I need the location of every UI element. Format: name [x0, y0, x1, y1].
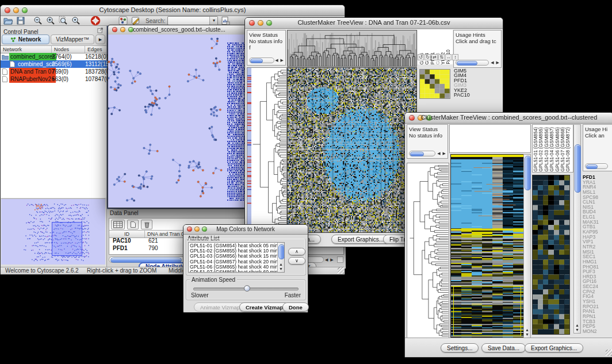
desktop: Cytoscape Desktop (Session Name: collins… — [0, 0, 612, 364]
save-data-button[interactable]: Save Data... — [481, 343, 526, 352]
scroll-arrows[interactable]: ◀ ▶ — [275, 58, 284, 63]
network-view-title: combined_scores_good.txt--cluste... — [108, 26, 250, 33]
export-graphics-button[interactable]: Export Graphics... — [525, 343, 583, 352]
dialog-titlebar[interactable]: Map Colors to Network — [183, 225, 308, 235]
settings-button[interactable]: Settings... — [441, 343, 479, 352]
map-colors-dialog: Map Colors to Network Attribute List GPL… — [183, 224, 308, 313]
file-icon — [2, 68, 7, 75]
column-label: GPL51-04 (GSM857) — [550, 127, 555, 171]
flip-icon[interactable]: ↕ — [452, 54, 458, 60]
search-combobox[interactable]: ▼ — [167, 16, 218, 25]
flip-icon[interactable]: ↺ — [418, 54, 424, 60]
main-heatmap[interactable] — [287, 67, 417, 233]
save-icon[interactable] — [16, 16, 26, 26]
float-panel-icon[interactable] — [97, 27, 104, 33]
animation-speed-slider[interactable] — [193, 288, 299, 290]
network-canvas[interactable] — [108, 35, 250, 208]
zoom-gene-labels: GIM5 GIM4 PFD1 GIM3 YKE2 PAC10 — [454, 68, 470, 97]
view-status-scrollbar[interactable] — [249, 58, 274, 63]
network-view-titlebar[interactable]: combined_scores_good.txt--cluste... — [108, 25, 250, 35]
flip-icon[interactable]: ↻ — [424, 54, 431, 60]
treeview2-title: ClusterMaker TreeView : combined_scores_… — [405, 114, 612, 121]
network-row-rnapuber[interactable]: RNAPuberNov2+ 563(0) 107847(0) — [1, 75, 107, 83]
zoom-vscrollbar[interactable]: ▲▼ — [573, 124, 581, 334]
row-dendrogram[interactable] — [247, 67, 287, 233]
main-heatmap[interactable] — [450, 154, 524, 338]
treeview2-window: ClusterMaker TreeView : combined_scores_… — [404, 112, 612, 358]
folder-icon — [2, 54, 9, 60]
flip-icon[interactable]: ⇅ — [438, 54, 445, 60]
tab-network[interactable]: Network — [2, 35, 49, 44]
resize-grip[interactable] — [606, 350, 612, 356]
gene-label[interactable]: MON2 — [583, 329, 612, 334]
view-status-scrollbar[interactable] — [409, 151, 435, 156]
slower-label: Slower — [191, 292, 209, 298]
zoom-column-labels: GPL51-01 (GSM854)GPL51-02 (GSM855)GPL51-… — [532, 124, 573, 173]
done-button[interactable]: Done — [282, 302, 309, 312]
zoom-heatmap[interactable] — [419, 69, 450, 99]
animation-speed-label: Animation Speed — [190, 277, 237, 283]
animation-speed-group: Animation Speed Slower Faster — [186, 279, 306, 300]
network-navigator-thumbnail[interactable] — [1, 198, 105, 265]
attribute-list-item[interactable]: GPL51-07 (GSM868) heat shock 60 min — [190, 270, 277, 273]
zoom-out-icon[interactable] — [33, 16, 43, 26]
delete-attribute-icon[interactable] — [141, 220, 152, 229]
view-status-panel: View Status No status info f ◀ ▶ — [247, 30, 286, 66]
view-status-panel: View Status No status info ◀ ▶ — [407, 124, 448, 159]
usage-hints-scrollbar[interactable] — [456, 60, 489, 66]
column-dendrogram[interactable] — [287, 30, 417, 67]
network-row-selected[interactable]: combined_sco 2569(6) 13112(15) — [1, 60, 107, 68]
scroll-arrows[interactable]: ▲▼ — [525, 328, 530, 337]
scroll-arrows[interactable]: ◀ ▶ — [325, 257, 334, 263]
row-dendrogram[interactable] — [407, 163, 449, 339]
network-row-dna-tran[interactable]: DNA and Tran 07 769(0) 183728(0) — [1, 68, 107, 75]
zoom-fit-icon[interactable] — [58, 16, 68, 26]
network-tab-icon — [10, 37, 16, 43]
usage-hints-panel: Usage Hi Click an — [583, 124, 612, 171]
status-hint-zoom: Right-click + drag to ZOOM — [87, 267, 156, 274]
network-row-combined-scores[interactable]: combined_scores 2764(0) 16218(0) — [1, 53, 107, 60]
heatmap-vscrollbar[interactable]: ▲▼ — [523, 154, 531, 338]
column-label: GPL51-08 (GSM872) — [566, 127, 571, 171]
flip-icon[interactable]: ↔ — [445, 54, 452, 60]
treeview2-titlebar[interactable]: ClusterMaker TreeView : combined_scores_… — [405, 113, 612, 124]
tree-flip-toolbar: ↺ ↻ ⇄ ⇅ ↔ ↕ — [418, 54, 458, 60]
tab-overflow-arrow[interactable]: ▶ — [95, 35, 105, 44]
help-lifesaver-icon[interactable] — [90, 16, 101, 26]
resize-grip[interactable] — [338, 267, 344, 274]
export-graphics-button[interactable]: Export Graphics... — [331, 235, 390, 244]
file-icon — [2, 76, 7, 82]
search-dropdown-arrow[interactable]: ▼ — [209, 17, 217, 25]
slider-thumb[interactable] — [244, 285, 250, 292]
status-welcome: Welcome to Cytoscape 2.6.2 — [5, 267, 79, 274]
tab-vizmapper[interactable]: VizMapper™ — [51, 35, 94, 44]
main-window-title: Cytoscape Desktop (Session Name: collins… — [1, 6, 345, 13]
scroll-arrows[interactable]: ▲▼ — [575, 323, 580, 332]
attribute-table-icon[interactable] — [111, 220, 125, 229]
column-tree-area — [449, 124, 531, 153]
zoom-heatmap[interactable] — [532, 175, 570, 335]
column-label: GPL51-02 (GSM855) — [539, 127, 544, 171]
move-attribute-up-button[interactable]: ∧ — [288, 248, 305, 255]
file-icon — [10, 61, 15, 67]
animate-vizmap-button[interactable]: Animate Vizmap — [194, 302, 246, 312]
move-attribute-down-button[interactable]: ∨ — [288, 257, 305, 265]
dialog-title: Map Colors to Network — [183, 226, 308, 232]
attribute-list[interactable]: GPL51-01 (GSM854) heat shock 05 minGPL51… — [188, 242, 285, 273]
treeview2-bottom-bar: Settings... Save Data... Export Graphics… — [405, 338, 612, 357]
zoom-selected-icon[interactable] — [71, 16, 81, 26]
attribute-list-scrollbar[interactable]: ▲▼ — [277, 243, 284, 272]
usage-hints-scrollbar[interactable] — [585, 163, 608, 169]
network-table-header: NetworkNodesEdges — [1, 45, 106, 53]
scroll-arrows[interactable]: ◀ ▶ — [437, 151, 446, 156]
flip-icon[interactable]: ⇄ — [431, 54, 438, 60]
new-attribute-icon[interactable] — [127, 220, 139, 229]
main-titlebar[interactable]: Cytoscape Desktop (Session Name: collins… — [1, 5, 345, 16]
faster-label: Faster — [285, 292, 301, 298]
open-file-icon[interactable] — [3, 16, 13, 26]
treeview1-titlebar[interactable]: ClusterMaker TreeView : DNA and Tran 07-… — [245, 18, 503, 29]
scroll-arrows[interactable]: ◀ ▶ — [491, 60, 500, 66]
zoom-in-icon[interactable] — [45, 16, 56, 26]
data-panel-title: Data Panel — [110, 210, 138, 216]
scroll-arrows[interactable]: ▲▼ — [278, 262, 284, 271]
